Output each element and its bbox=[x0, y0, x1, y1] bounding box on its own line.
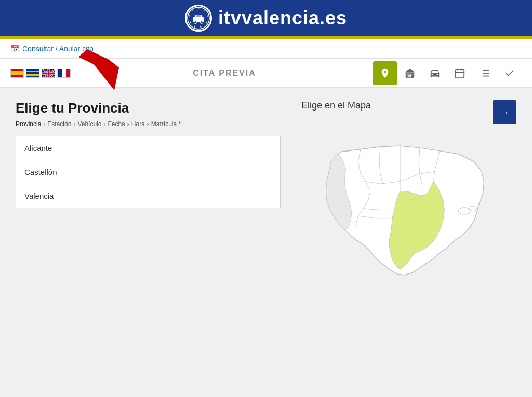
svg-rect-25 bbox=[408, 73, 411, 77]
page-title: Elige tu Provincia bbox=[16, 100, 281, 116]
language-flags bbox=[10, 69, 71, 78]
nav-icons bbox=[373, 61, 522, 85]
svg-point-44 bbox=[469, 206, 477, 211]
svg-text:★: ★ bbox=[205, 21, 208, 24]
nav-icon-car[interactable] bbox=[423, 61, 447, 85]
svg-rect-26 bbox=[406, 72, 415, 73]
svg-text:★: ★ bbox=[188, 14, 191, 17]
breadcrumb: Provincia › Estación › Vehículo › Fecha … bbox=[16, 120, 281, 128]
header: ★ ★ ★ ★ ★ ★ ★ ★ ★ itvvalencia.es bbox=[0, 0, 532, 36]
nav-icon-check[interactable] bbox=[498, 61, 522, 85]
consultar-link[interactable]: Consultar / Anular cita bbox=[22, 45, 94, 53]
svg-text:★: ★ bbox=[197, 6, 200, 9]
breadcrumb-matricula: Matrícula * bbox=[151, 120, 181, 128]
flag-ca[interactable] bbox=[26, 69, 39, 78]
svg-point-11 bbox=[194, 21, 196, 24]
nav-icon-building[interactable] bbox=[398, 61, 422, 85]
breadcrumb-vehiculo: Vehículo bbox=[77, 120, 101, 128]
nav-icon-list[interactable] bbox=[473, 61, 497, 85]
logo-svg: ★ ★ ★ ★ ★ ★ ★ ★ ★ bbox=[187, 6, 210, 30]
main-content: Elige tu Provincia Provincia › Estación … bbox=[0, 88, 532, 327]
next-button[interactable]: → bbox=[493, 100, 516, 124]
svg-point-43 bbox=[458, 208, 470, 214]
province-list: Alicante Castellón Valencia bbox=[16, 136, 281, 208]
spain-map-container bbox=[301, 117, 499, 314]
svg-text:★: ★ bbox=[200, 25, 202, 28]
breadcrumb-hora: Hora bbox=[131, 120, 145, 128]
province-castellon[interactable]: Castellón bbox=[16, 160, 280, 184]
svg-text:★: ★ bbox=[193, 25, 196, 28]
svg-rect-32 bbox=[456, 69, 464, 78]
spain-map-svg bbox=[301, 117, 499, 314]
logo-circle: ★ ★ ★ ★ ★ ★ ★ ★ ★ bbox=[185, 5, 212, 32]
svg-point-12 bbox=[200, 21, 203, 24]
breadcrumb-provincia: Provincia bbox=[16, 120, 41, 128]
right-panel: Elige en el Mapa bbox=[301, 100, 516, 314]
breadcrumb-estacion: Estación bbox=[47, 120, 71, 128]
svg-rect-13 bbox=[196, 15, 201, 17]
province-alicante[interactable]: Alicante bbox=[16, 136, 280, 160]
flag-fr[interactable] bbox=[57, 69, 71, 78]
consultar-calendar-icon: 📅 bbox=[10, 45, 19, 53]
nav-icon-calendar[interactable] bbox=[448, 61, 472, 85]
navbar: CITA PREVIA bbox=[0, 59, 532, 88]
flag-es[interactable] bbox=[10, 69, 24, 78]
consultar-bar: 📅 Consultar / Anular cita bbox=[0, 39, 532, 59]
map-title: Elige en el Mapa bbox=[301, 100, 516, 111]
left-panel: Elige tu Provincia Provincia › Estación … bbox=[16, 100, 281, 314]
site-title: itvvalencia.es bbox=[218, 7, 347, 29]
flag-en[interactable] bbox=[42, 69, 55, 78]
province-valencia[interactable]: Valencia bbox=[16, 184, 280, 208]
nav-title: CITA PREVIA bbox=[81, 69, 368, 78]
breadcrumb-fecha: Fecha bbox=[108, 120, 125, 128]
nav-icon-location[interactable] bbox=[373, 61, 397, 85]
svg-text:★: ★ bbox=[189, 21, 192, 24]
